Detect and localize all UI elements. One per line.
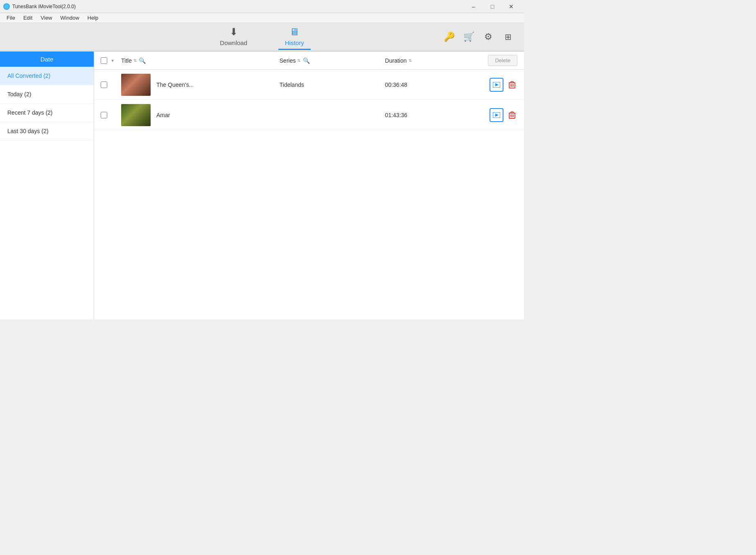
title-bar-left: TunesBank iMovieTool(2.0.0): [3, 3, 76, 10]
export-icon: [493, 82, 500, 88]
content: ▾ Title ⇅ 🔍 Series ⇅ 🔍 Duration ⇅ Delete: [94, 52, 524, 319]
key-button[interactable]: 🔑: [441, 29, 457, 45]
row1-export-button[interactable]: [490, 78, 503, 92]
menu-bar: File Edit View Window Help: [0, 13, 524, 23]
row1-checkbox[interactable]: [101, 82, 107, 88]
menu-window[interactable]: Window: [57, 14, 82, 22]
row1-check-col: [101, 82, 121, 88]
export-icon: [493, 112, 500, 118]
title-sort-icon[interactable]: ⇅: [133, 58, 137, 63]
settings-button[interactable]: ⚙: [481, 29, 496, 45]
trash-icon: [508, 81, 516, 89]
svg-marker-1: [495, 83, 499, 86]
chevron-down-icon: ▾: [111, 58, 114, 63]
actions-col: Delete: [464, 55, 517, 66]
series-column-header: Series ⇅ 🔍: [280, 57, 385, 65]
grid-button[interactable]: ⊞: [500, 29, 516, 45]
history-label: History: [285, 39, 304, 46]
row2-check-col: [101, 112, 121, 118]
sidebar-item-recent-7[interactable]: Recent 7 days (2): [0, 104, 94, 122]
svg-marker-11: [495, 113, 499, 117]
row1-series: Tidelands: [280, 82, 304, 88]
duration-sort-icon[interactable]: ⇅: [408, 58, 412, 63]
sidebar-header: Date: [0, 52, 94, 67]
trash-icon: [508, 111, 516, 119]
history-tab[interactable]: 🖥 History: [278, 24, 311, 50]
row2-export-button[interactable]: [490, 108, 503, 122]
toolbar: ⬇ Download 🖥 History 🔑 🛒 ⚙ ⊞: [0, 23, 524, 52]
app-title: TunesBank iMovieTool(2.0.0): [12, 4, 76, 9]
row2-delete-button[interactable]: [507, 110, 517, 120]
settings-icon: ⚙: [484, 32, 492, 42]
menu-edit[interactable]: Edit: [20, 14, 36, 22]
row2-title-col: Amar: [121, 104, 280, 126]
close-button[interactable]: ✕: [502, 0, 521, 13]
download-icon: ⬇: [230, 26, 238, 38]
title-bar-controls: – □ ✕: [464, 0, 521, 13]
table-row: Amar 01:43:36: [94, 100, 524, 130]
download-label: Download: [220, 39, 247, 46]
row1-delete-button[interactable]: [507, 79, 517, 90]
maximize-button[interactable]: □: [483, 0, 502, 13]
sidebar-item-all-converted[interactable]: All Converted (2): [0, 67, 94, 85]
sidebar-item-last-30[interactable]: Last 30 days (2): [0, 122, 94, 140]
menu-file[interactable]: File: [3, 14, 18, 22]
grid-icon: ⊞: [505, 32, 512, 42]
key-icon: 🔑: [444, 32, 455, 42]
row2-duration-col: 01:43:36: [385, 112, 464, 118]
row2-duration: 01:43:36: [385, 112, 408, 118]
delete-button[interactable]: Delete: [488, 55, 517, 66]
row1-title-col: The Queen's...: [121, 74, 280, 96]
toolbar-center: ⬇ Download 🖥 History: [213, 24, 310, 50]
download-tab[interactable]: ⬇ Download: [213, 24, 254, 50]
main: Date All Converted (2) Today (2) Recent …: [0, 52, 524, 319]
sidebar-item-today[interactable]: Today (2): [0, 85, 94, 104]
row2-actions: [464, 108, 517, 122]
history-icon: 🖥: [289, 26, 299, 38]
title-bar: TunesBank iMovieTool(2.0.0) – □ ✕: [0, 0, 524, 13]
menu-view[interactable]: View: [37, 14, 55, 22]
menu-help[interactable]: Help: [84, 14, 102, 22]
row1-duration: 00:36:48: [385, 82, 408, 88]
title-column-header: Title ⇅ 🔍: [121, 57, 280, 65]
app-icon: [3, 3, 10, 10]
row1-series-col: Tidelands: [280, 82, 385, 88]
row1-duration-col: 00:36:48: [385, 82, 464, 88]
toolbar-right: 🔑 🛒 ⚙ ⊞: [311, 29, 516, 45]
duration-column-header: Duration ⇅: [385, 57, 464, 64]
select-all-checkbox[interactable]: [101, 57, 107, 64]
series-col-label: Series: [280, 57, 296, 64]
row2-checkbox[interactable]: [101, 112, 107, 118]
row1-title: The Queen's...: [156, 82, 194, 88]
title-col-label: Title: [121, 57, 132, 64]
series-search-button[interactable]: 🔍: [302, 57, 310, 65]
minimize-button[interactable]: –: [464, 0, 483, 13]
table-header: ▾ Title ⇅ 🔍 Series ⇅ 🔍 Duration ⇅ Delete: [94, 52, 524, 70]
duration-col-label: Duration: [385, 57, 407, 64]
row1-thumbnail: [121, 74, 151, 96]
title-search-button[interactable]: 🔍: [138, 57, 147, 65]
cart-icon: 🛒: [463, 32, 474, 42]
row2-title: Amar: [156, 112, 170, 118]
series-sort-icon[interactable]: ⇅: [297, 58, 300, 63]
table-row: The Queen's... Tidelands 00:36:48: [94, 70, 524, 100]
cart-button[interactable]: 🛒: [461, 29, 476, 45]
select-all-col: ▾: [101, 57, 121, 64]
row2-thumbnail: [121, 104, 151, 126]
sidebar: Date All Converted (2) Today (2) Recent …: [0, 52, 94, 319]
row1-actions: [464, 78, 517, 92]
